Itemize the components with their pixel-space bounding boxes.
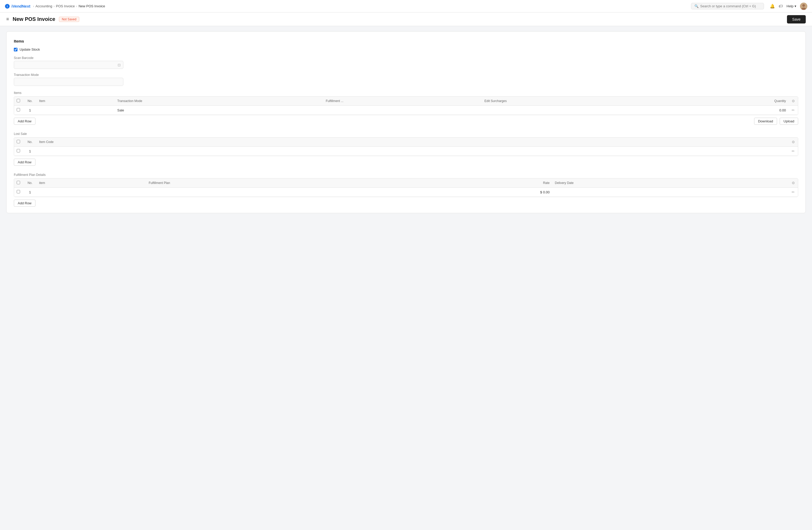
row-no-fulfillment-1: 1	[24, 187, 37, 197]
scan-barcode-field: Scan Barcode ⊡	[14, 56, 798, 69]
th-quantity: Quantity	[672, 97, 788, 106]
row-checkbox-items-1[interactable]	[17, 108, 20, 111]
row-rate-1: $ 0.00	[408, 187, 552, 197]
row-edit-fulfillment-1[interactable]: ✏	[788, 187, 798, 197]
edit-icon-items-1[interactable]: ✏	[792, 108, 795, 112]
select-all-lost[interactable]	[17, 140, 20, 143]
th-check-items	[14, 97, 24, 106]
scan-barcode-wrap: ⊡	[14, 61, 124, 69]
row-edit-items-1[interactable]: ✏	[788, 106, 798, 115]
items-footer-right: Download Upload	[754, 118, 798, 125]
gear-icon-items[interactable]: ⚙	[792, 99, 795, 103]
fulfillment-table: No. item Fulfillment Plan Rate	[14, 179, 798, 197]
fulfillment-header: No. item Fulfillment Plan Rate	[14, 179, 798, 187]
navbar: i iVendNext › Accounting › POS Invoice ›…	[0, 0, 812, 13]
row-item-fulfillment-1[interactable]	[37, 187, 146, 197]
brand-icon: i	[5, 4, 10, 9]
status-badge: Not Saved	[59, 17, 79, 22]
th-edit-surcharges: Edit Surcharges	[482, 97, 672, 106]
gear-icon-fulfillment[interactable]: ⚙	[792, 181, 795, 185]
edit-icon-fulfillment-1[interactable]: ✏	[792, 190, 795, 194]
transaction-mode-label: Transaction Mode	[14, 73, 798, 77]
items-table-label: Items	[14, 91, 798, 95]
avatar[interactable]	[800, 3, 807, 10]
row-edit-lost-1[interactable]: ✏	[788, 147, 798, 156]
row-delivery-date-1[interactable]	[552, 187, 788, 197]
select-all-fulfillment[interactable]	[17, 181, 20, 184]
row-fulfillment-plan-1[interactable]	[146, 187, 408, 197]
items-add-row-button[interactable]: Add Row	[14, 118, 35, 125]
items-table-footer: Add Row Download Upload	[14, 118, 798, 125]
edit-icon-lost-1[interactable]: ✏	[792, 149, 795, 153]
nav-icons: 🔔 🏷 Help ▾	[770, 3, 807, 10]
items-table-section: Items No. Item	[14, 91, 798, 125]
items-download-button[interactable]: Download	[754, 118, 777, 125]
th-item-code: Item Code	[37, 138, 788, 147]
th-transaction-mode: Transaction Mode	[115, 97, 323, 106]
lost-sale-section: Lost Sale No. Item Code	[14, 132, 798, 166]
brand-name: iVendNext	[12, 4, 30, 8]
row-check-items	[14, 106, 24, 115]
breadcrumb-pos-invoice[interactable]: POS Invoice	[56, 4, 75, 8]
th-item-fulfillment: item	[37, 179, 146, 187]
transaction-mode-input[interactable]: Sale	[14, 78, 124, 86]
items-table-header: No. Item Transaction Mode Fulfillment ..…	[14, 97, 798, 106]
page-title: New POS Invoice	[13, 16, 55, 22]
gear-icon-lost[interactable]: ⚙	[792, 140, 795, 144]
th-delivery-date: Delivery Date	[552, 179, 788, 187]
select-all-items[interactable]	[17, 99, 20, 102]
bell-icon[interactable]: 🔔	[770, 4, 775, 9]
items-upload-button[interactable]: Upload	[780, 118, 798, 125]
row-check-fulfillment-1	[14, 187, 24, 197]
breadcrumb-new-pos-invoice: New POS Invoice	[78, 4, 105, 8]
row-edit-surcharges-1[interactable]	[482, 106, 672, 115]
th-no-lost: No.	[24, 138, 37, 147]
svg-text:i: i	[7, 5, 8, 8]
scan-barcode-icon: ⊡	[118, 63, 121, 67]
row-checkbox-lost-1[interactable]	[17, 149, 20, 152]
row-item-1[interactable]	[37, 106, 115, 115]
hamburger-icon[interactable]: ≡	[6, 16, 9, 22]
row-no-lost-1: 1	[24, 147, 37, 156]
th-actions-lost: ⚙	[788, 138, 798, 147]
brand-logo[interactable]: i iVendNext	[5, 4, 30, 9]
search-bar[interactable]: 🔍	[691, 3, 764, 10]
lost-sale-table-wrap: No. Item Code ⚙	[14, 137, 798, 156]
update-stock-label: Update Stock	[19, 47, 40, 52]
lost-sale-footer: Add Row	[14, 159, 798, 166]
items-table-wrap: No. Item Transaction Mode Fulfillment ..…	[14, 96, 798, 115]
save-button[interactable]: Save	[787, 15, 806, 24]
row-fulfillment-1[interactable]	[323, 106, 482, 115]
scan-barcode-label: Scan Barcode	[14, 56, 798, 60]
update-stock-checkbox[interactable]	[14, 48, 17, 52]
lost-sale-row: 1 ✏	[14, 147, 798, 156]
th-no-items: No.	[24, 97, 37, 106]
th-actions-items: ⚙	[788, 97, 798, 106]
row-check-lost-1	[14, 147, 24, 156]
scan-barcode-input[interactable]	[14, 61, 124, 69]
search-input[interactable]	[700, 4, 760, 8]
th-fulfillment: Fulfillment ...	[323, 97, 482, 106]
items-section-title: Items	[14, 39, 798, 43]
lost-sale-label: Lost Sale	[14, 132, 798, 136]
fulfillment-row: 1 $ 0.00 ✏	[14, 187, 798, 197]
fulfillment-section-label: Fulfillment Plan Details	[14, 173, 798, 177]
th-rate: Rate	[408, 179, 552, 187]
th-item: Item	[37, 97, 115, 106]
lost-sale-header: No. Item Code ⚙	[14, 138, 798, 147]
breadcrumb-accounting[interactable]: Accounting	[35, 4, 52, 8]
sep2: ›	[54, 4, 55, 8]
row-checkbox-fulfillment-1[interactable]	[17, 190, 20, 193]
row-quantity-1: 0.00	[672, 106, 788, 115]
help-button[interactable]: Help ▾	[786, 4, 796, 8]
row-transaction-mode-1: Sale	[115, 106, 323, 115]
th-fulfillment-plan: Fulfillment Plan	[146, 179, 408, 187]
row-item-code-1[interactable]	[37, 147, 788, 156]
search-icon: 🔍	[694, 4, 699, 8]
help-label: Help	[786, 4, 794, 8]
fulfillment-footer: Add Row	[14, 200, 798, 207]
tag-icon[interactable]: 🏷	[779, 4, 783, 9]
lost-sale-add-row-button[interactable]: Add Row	[14, 159, 35, 166]
page-header: ≡ New POS Invoice Not Saved Save	[0, 13, 812, 26]
fulfillment-add-row-button[interactable]: Add Row	[14, 200, 35, 207]
